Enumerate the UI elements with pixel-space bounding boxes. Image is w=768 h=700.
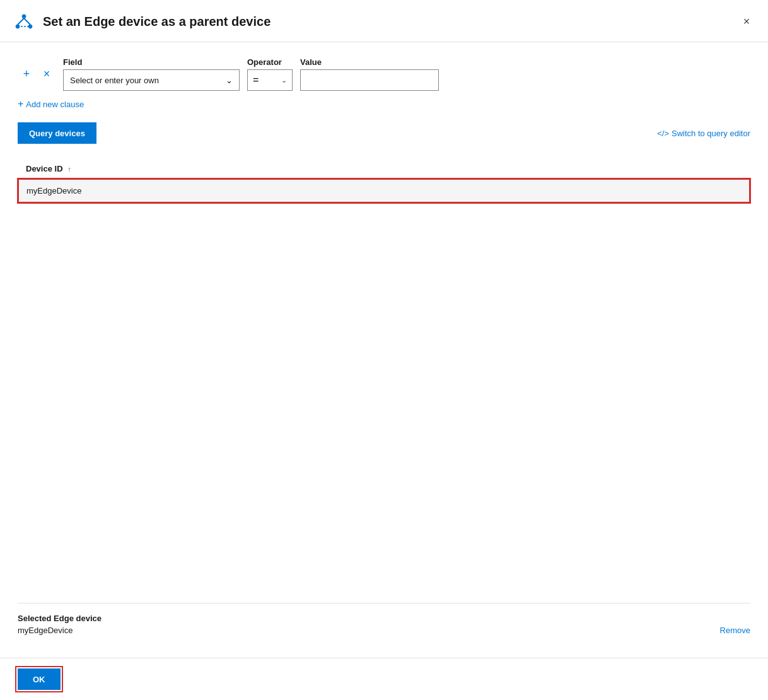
operator-label: Operator	[247, 57, 293, 67]
azure-logo-icon	[13, 10, 35, 33]
field-dropdown-value: Select or enter your own	[70, 76, 159, 85]
selected-device-section: Selected Edge device myEdgeDevice Remove	[18, 603, 750, 643]
query-devices-button[interactable]: Query devices	[18, 122, 96, 144]
results-section: Device ID ↑ myEdgeDevice	[18, 159, 750, 603]
close-button[interactable]: ×	[738, 13, 755, 30]
add-filter-button[interactable]: +	[18, 66, 35, 83]
value-group: Value	[300, 57, 439, 91]
dialog-container: Set an Edge device as a parent device × …	[0, 0, 768, 700]
dialog-footer: OK	[0, 658, 768, 700]
filter-row: + × Field Select or enter your own ⌄ Ope…	[18, 57, 750, 91]
add-clause-label: Add new clause	[26, 100, 84, 109]
results-table: Device ID ↑ myEdgeDevice	[18, 159, 750, 203]
table-row[interactable]: myEdgeDevice	[18, 179, 750, 202]
field-dropdown[interactable]: Select or enter your own ⌄	[63, 69, 240, 91]
ok-button[interactable]: OK	[18, 668, 61, 690]
operator-value: =	[253, 74, 259, 86]
dialog-header: Set an Edge device as a parent device ×	[0, 0, 768, 42]
field-dropdown-arrow-icon: ⌄	[226, 76, 233, 85]
sort-icon[interactable]: ↑	[67, 165, 71, 173]
add-clause-plus-icon: +	[18, 98, 23, 110]
query-row: Query devices </> Switch to query editor	[18, 122, 750, 144]
column-device-id-label: Device ID	[26, 164, 63, 173]
field-label: Field	[63, 57, 240, 67]
code-icon: </>	[657, 129, 669, 138]
switch-query-button[interactable]: </> Switch to query editor	[657, 129, 750, 138]
filter-actions: + ×	[18, 66, 55, 83]
remove-device-button[interactable]: Remove	[720, 626, 750, 635]
operator-group: Operator = ⌄	[247, 57, 293, 91]
dialog-title: Set an Edge device as a parent device	[43, 15, 271, 29]
header-left: Set an Edge device as a parent device	[13, 10, 271, 33]
table-cell-device-id: myEdgeDevice	[18, 179, 750, 202]
add-clause-button[interactable]: + Add new clause	[18, 98, 750, 110]
svg-point-1	[22, 15, 26, 18]
selected-device-row: myEdgeDevice Remove	[18, 626, 750, 635]
field-group: Field Select or enter your own ⌄	[63, 57, 240, 91]
remove-filter-button[interactable]: ×	[38, 66, 55, 83]
selected-edge-label: Selected Edge device	[18, 614, 750, 623]
selected-device-name: myEdgeDevice	[18, 626, 73, 635]
column-device-id: Device ID ↑	[18, 159, 750, 179]
svg-rect-0	[13, 10, 35, 33]
operator-dropdown[interactable]: = ⌄	[247, 69, 293, 91]
switch-query-label: Switch to query editor	[672, 129, 750, 138]
operator-dropdown-arrow-icon: ⌄	[281, 76, 287, 85]
value-label: Value	[300, 57, 439, 67]
dialog-body: + × Field Select or enter your own ⌄ Ope…	[0, 42, 768, 658]
value-input[interactable]	[300, 69, 439, 91]
